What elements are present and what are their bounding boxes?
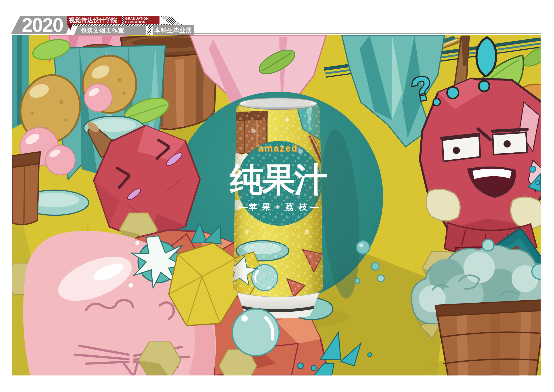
flavor-dash-left: — [239, 202, 248, 212]
exhibition-line1: GRADUATION [125, 17, 159, 20]
can-artwork [228, 103, 323, 297]
flavor-dash-right: — [310, 202, 319, 212]
can-lid-inner [245, 99, 311, 107]
exhibition-line2: EXHIBITION [125, 20, 159, 24]
hatch-divider2-icon [147, 26, 152, 35]
studio-banner: 包装文创工作室 [74, 26, 146, 35]
poster-artwork: ? [12, 35, 540, 375]
year-block: 2020 [11, 16, 74, 34]
juice-can: amazed 纯果汁 — 苹果+荔枝 — [228, 98, 327, 318]
illustration-canvas: ? [12, 35, 540, 375]
small-bucket [12, 152, 40, 225]
studio-name: 包装文创工作室 [81, 27, 125, 35]
product-name-text: 纯果汁 [229, 161, 327, 198]
brand-logo-text: amazed [258, 143, 298, 154]
flavor-text: 苹果+荔枝 [249, 202, 312, 212]
school-banner: 视觉传达设计学院 GRADUATION EXHIBITION [67, 16, 159, 24]
poster-page: 2020 视觉传达设计学院 GRADUATION EXHIBITION 包装文创… [0, 0, 554, 392]
show-name: 本科生毕业展 [154, 26, 192, 35]
show-banner: 本科生毕业展 [152, 25, 194, 35]
year-text: 2020 [22, 16, 63, 34]
hatch-divider-icon [122, 16, 124, 24]
foam-bucket [436, 300, 540, 375]
school-name: 视觉传达设计学院 [67, 16, 122, 24]
exhibition-label: GRADUATION EXHIBITION [124, 16, 159, 24]
header-rule [152, 33, 540, 34]
